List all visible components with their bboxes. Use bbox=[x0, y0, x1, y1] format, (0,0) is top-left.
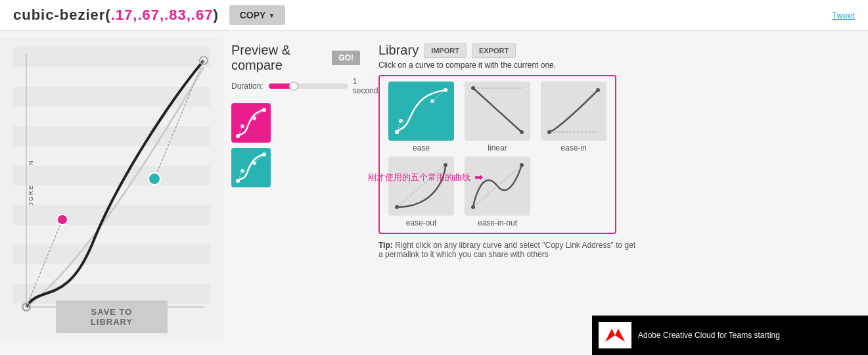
library-title: Library bbox=[378, 43, 419, 58]
svg-point-30 bbox=[395, 130, 399, 134]
svg-point-12 bbox=[57, 214, 68, 225]
preview-curve-pink bbox=[235, 106, 267, 139]
preview-title-text: Preview & compare bbox=[231, 43, 327, 73]
tip-text: Right click on any library curve and sel… bbox=[378, 241, 635, 259]
ad-logo bbox=[599, 322, 631, 348]
svg-point-43 bbox=[444, 163, 447, 167]
curve-label-linear: linear bbox=[488, 143, 507, 153]
ease-in-out-curve-svg bbox=[468, 160, 527, 212]
curve-cell-linear[interactable]: linear bbox=[461, 82, 534, 153]
preview-curve-teal bbox=[235, 151, 267, 184]
svg-line-34 bbox=[473, 88, 522, 132]
duration-slider-thumb[interactable] bbox=[289, 82, 298, 91]
preview-area: Preview & compare GO! Duration: 1 second bbox=[223, 37, 368, 340]
curve-label-ease-in-out: ease-in-out bbox=[478, 218, 517, 227]
preview-box-teal bbox=[231, 148, 271, 187]
click-hint: Click on a curve to compare it with the … bbox=[378, 60, 857, 70]
curve-thumb-ease bbox=[388, 82, 454, 141]
library-grid: ease linear bbox=[385, 82, 610, 227]
svg-point-45 bbox=[471, 205, 475, 209]
svg-rect-5 bbox=[13, 245, 210, 264]
svg-point-20 bbox=[240, 124, 244, 128]
save-to-library-button[interactable]: SAVE TO LIBRARY bbox=[56, 300, 168, 333]
svg-point-33 bbox=[430, 99, 434, 103]
curve-thumb-ease-out bbox=[388, 156, 454, 216]
svg-rect-3 bbox=[13, 166, 210, 185]
bezier-graph-svg[interactable] bbox=[13, 44, 210, 327]
svg-rect-0 bbox=[13, 47, 210, 67]
duration-slider-track[interactable] bbox=[269, 83, 348, 89]
linear-curve-svg bbox=[468, 85, 527, 137]
ad-text: Adobe Creative Cloud for Teams starting bbox=[638, 331, 780, 340]
svg-point-13 bbox=[148, 173, 160, 185]
export-button[interactable]: EXPORT bbox=[472, 43, 516, 58]
curve-cell-ease[interactable]: ease bbox=[385, 82, 457, 153]
import-button[interactable]: IMPORT bbox=[424, 43, 467, 58]
curve-thumb-linear bbox=[465, 82, 530, 141]
svg-point-26 bbox=[240, 169, 244, 173]
param3: .83, bbox=[164, 7, 191, 23]
preview-box-pink bbox=[231, 103, 271, 143]
tip-prefix: Tip: bbox=[378, 241, 393, 250]
svg-point-27 bbox=[252, 161, 256, 165]
duration-row: Duration: 1 second bbox=[231, 77, 360, 95]
tweet-link[interactable]: Tweet bbox=[832, 11, 855, 20]
svg-point-36 bbox=[471, 86, 475, 90]
param4: .67 bbox=[191, 7, 214, 23]
preview-title: Preview & compare GO! bbox=[231, 43, 360, 73]
annotation: 刚才使用的五个常用的曲线 ➡ bbox=[368, 171, 483, 183]
duration-slider-wrapper[interactable] bbox=[269, 83, 348, 89]
svg-point-32 bbox=[399, 119, 403, 123]
curve-cell-ease-out[interactable]: ease-out bbox=[385, 156, 457, 227]
param1: .17, bbox=[111, 7, 138, 23]
curve-label-ease-in: ease-in bbox=[560, 143, 586, 153]
svg-point-42 bbox=[395, 205, 399, 209]
adobe-logo-svg bbox=[602, 325, 628, 345]
curve-thumb-ease-in bbox=[541, 82, 606, 141]
ease-out-curve-svg bbox=[392, 160, 451, 212]
copy-button[interactable]: COPY ▼ bbox=[229, 5, 286, 25]
bezier-title: cubic-bezier(.17,.67,.83,.67) bbox=[13, 7, 219, 24]
annotation-arrow-icon: ➡ bbox=[474, 171, 483, 183]
curve-cell-ease-in[interactable]: ease-in bbox=[537, 82, 610, 153]
svg-rect-4 bbox=[13, 205, 210, 225]
svg-point-21 bbox=[252, 116, 256, 120]
graph-area: PROGRESSION TIME bbox=[0, 37, 223, 340]
param2: .67, bbox=[137, 7, 164, 23]
duration-label: Duration: bbox=[231, 82, 263, 91]
curve-cell-ease-in-out[interactable]: ease-in-out bbox=[461, 156, 534, 227]
tip-section: Tip: Right click on any library curve an… bbox=[378, 241, 641, 259]
library-area: Library IMPORT EXPORT Click on a curve t… bbox=[368, 37, 868, 340]
top-bar: cubic-bezier(.17,.67,.83,.67) COPY ▼ Twe… bbox=[0, 0, 868, 31]
svg-point-37 bbox=[520, 130, 524, 134]
svg-rect-2 bbox=[13, 126, 210, 146]
top-right-area: Tweet bbox=[832, 11, 855, 20]
go-button[interactable]: GO! bbox=[332, 51, 360, 65]
svg-point-40 bbox=[596, 88, 600, 92]
annotation-text: 刚才使用的五个常用的曲线 bbox=[368, 172, 470, 183]
ease-in-curve-svg bbox=[544, 85, 603, 137]
curve-label-ease: ease bbox=[413, 143, 430, 153]
curve-thumb-ease-in-out bbox=[465, 156, 530, 216]
dropdown-arrow-icon: ▼ bbox=[268, 12, 275, 19]
svg-point-39 bbox=[547, 130, 551, 134]
ad-area: Adobe Creative Cloud for Teams starting bbox=[592, 316, 868, 355]
main-content: PROGRESSION TIME bbox=[0, 31, 868, 346]
curve-label-ease-out: ease-out bbox=[406, 218, 437, 227]
library-header: Library IMPORT EXPORT bbox=[378, 43, 857, 58]
ease-curve-svg bbox=[392, 85, 451, 137]
svg-point-31 bbox=[444, 88, 447, 92]
svg-point-46 bbox=[520, 163, 524, 167]
copy-label: COPY bbox=[240, 10, 266, 20]
library-grid-wrapper: ease linear bbox=[378, 75, 616, 234]
